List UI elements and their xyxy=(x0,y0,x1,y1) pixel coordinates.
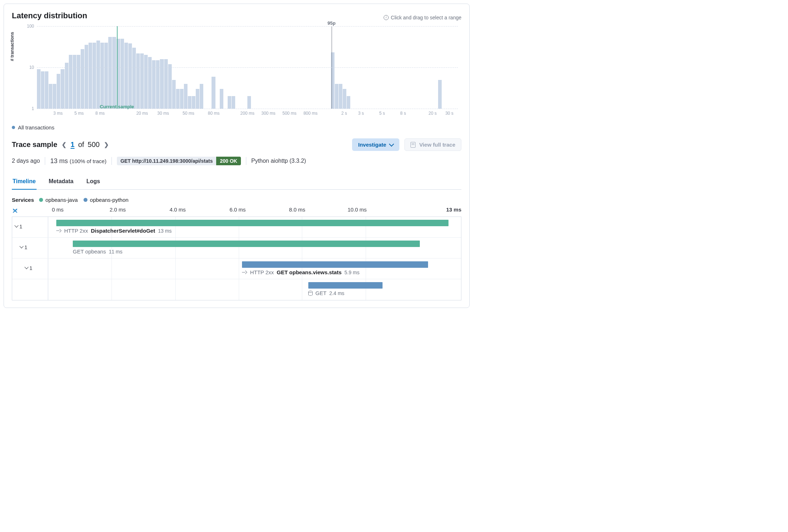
histogram-bar xyxy=(232,96,235,109)
histogram-bar xyxy=(176,89,180,109)
current-page-link[interactable]: 1 xyxy=(71,141,75,149)
divider xyxy=(45,157,45,165)
span-toggle[interactable]: 1 xyxy=(12,258,48,279)
timeline-tick: 10.0 ms xyxy=(347,206,366,213)
y-tick: 1 xyxy=(32,106,34,111)
x-tick: 80 ms xyxy=(208,111,220,116)
exit-span-icon xyxy=(56,229,61,233)
tab-logs[interactable]: Logs xyxy=(86,175,101,190)
histogram-bar xyxy=(37,69,41,109)
x-tick: 200 ms xyxy=(240,111,254,116)
span-prefix: HTTP 2xx xyxy=(64,228,88,234)
timeline-scale-header: 13 ms 0 ms2.0 ms4.0 ms6.0 ms8.0 ms10.0 m… xyxy=(12,206,461,214)
histogram-bar xyxy=(247,96,251,109)
histogram-bar xyxy=(120,39,124,109)
x-axis: 3 ms5 ms8 ms20 ms30 ms50 ms80 ms200 ms30… xyxy=(37,111,458,117)
timeline-total: 13 ms xyxy=(446,206,461,213)
histogram-bar xyxy=(343,89,346,109)
investigate-label: Investigate xyxy=(358,142,386,148)
span-row[interactable]: 1HTTP 2xxDispatcherServlet#doGet13 ms xyxy=(12,217,461,238)
span-bar[interactable] xyxy=(56,220,448,226)
histogram-bar xyxy=(41,71,44,109)
trace-meta: 2 days ago 13 ms (100% of trace) GET htt… xyxy=(12,157,461,165)
panel-title: Latency distribution xyxy=(12,11,87,20)
view-full-trace-button[interactable]: View full trace xyxy=(404,138,461,151)
span-name: GET opbeans.views.stats xyxy=(277,269,342,275)
request-url: GET http://10.11.249.198:3000/api/stats xyxy=(117,157,217,165)
histogram-bar xyxy=(128,43,132,109)
investigate-button[interactable]: Investigate xyxy=(352,138,399,151)
collapse-all-icon[interactable] xyxy=(12,207,20,214)
y-tick: 10 xyxy=(29,65,34,70)
x-tick: 5 ms xyxy=(74,111,84,116)
histogram-bar xyxy=(96,41,100,109)
x-tick: 8 ms xyxy=(95,111,105,116)
tab-metadata[interactable]: Metadata xyxy=(48,175,74,190)
trace-duration: 13 ms (100% of trace) xyxy=(50,157,106,165)
histogram-bar xyxy=(339,84,342,109)
x-tick: 800 ms xyxy=(303,111,317,116)
histogram-bar xyxy=(132,48,136,109)
histogram-bar xyxy=(92,43,96,109)
x-tick: 50 ms xyxy=(182,111,194,116)
histogram-bar xyxy=(89,43,92,109)
span-row[interactable]: 1GET opbeans11 ms xyxy=(12,238,461,258)
drag-hint-text: Click and drag to select a range xyxy=(391,15,461,20)
histogram-bar xyxy=(73,55,76,109)
page-total: 500 xyxy=(88,141,100,149)
span-row[interactable]: GET2.4 ms xyxy=(12,279,461,300)
histogram-bar xyxy=(124,43,128,109)
histogram-bar xyxy=(112,37,116,109)
x-tick: 8 s xyxy=(400,111,406,116)
trace-sample-title: Trace sample xyxy=(12,141,57,149)
histogram-bar xyxy=(53,84,56,109)
histogram-bar xyxy=(192,96,195,109)
plot-area[interactable]: Current sample 95p 110100 xyxy=(37,26,458,109)
trace-tabs: TimelineMetadataLogs xyxy=(12,175,461,190)
span-duration: 11 ms xyxy=(109,249,122,255)
latency-chart[interactable]: # transactions Current sample 95p 110100… xyxy=(12,23,461,123)
span-prefix: HTTP 2xx xyxy=(250,269,274,275)
service-color-icon xyxy=(84,198,87,202)
span-bar[interactable] xyxy=(308,282,383,289)
trace-pagination: Trace sample ❮ 1 of 500 ❯ xyxy=(12,141,109,149)
histogram-bar xyxy=(77,55,80,109)
histogram-bar xyxy=(212,77,215,109)
prev-sample-button[interactable]: ❮ xyxy=(61,141,67,148)
histogram-bar xyxy=(148,57,152,109)
span-child-count: 1 xyxy=(29,265,32,271)
timeline-scale: 13 ms 0 ms2.0 ms4.0 ms6.0 ms8.0 ms10.0 m… xyxy=(22,206,461,214)
histogram-bar xyxy=(104,43,108,109)
histogram-bar xyxy=(108,37,112,109)
span-toggle[interactable]: 1 xyxy=(12,238,48,258)
histogram-bar xyxy=(100,43,104,109)
p95-label: 95p xyxy=(328,20,336,26)
span-row[interactable]: 1HTTP 2xxGET opbeans.views.stats5.9 ms xyxy=(12,258,461,279)
timeline-tick: 6.0 ms xyxy=(229,206,246,213)
services-legend: Services opbeans-javaopbeans-python xyxy=(12,197,461,203)
span-toggle[interactable]: 1 xyxy=(12,217,48,237)
next-sample-button[interactable]: ❯ xyxy=(103,141,109,148)
span-lane: HTTP 2xxGET opbeans.views.stats5.9 ms xyxy=(48,258,461,279)
histogram-bar xyxy=(45,71,48,109)
request-status: 200 OK xyxy=(216,157,241,165)
histogram-bar xyxy=(65,63,68,109)
tab-timeline[interactable]: Timeline xyxy=(12,175,37,190)
span-bar[interactable] xyxy=(73,241,420,247)
divider xyxy=(111,157,112,165)
span-duration: 5.9 ms xyxy=(345,270,360,275)
span-name: GET opbeans xyxy=(73,248,106,255)
x-tick: 300 ms xyxy=(261,111,275,116)
divider xyxy=(246,157,246,165)
service-name: opbeans-python xyxy=(90,197,129,203)
y-axis-label: # transactions xyxy=(10,32,15,61)
document-icon xyxy=(410,142,416,148)
histogram-bar xyxy=(49,84,52,109)
span-bar[interactable] xyxy=(242,261,428,268)
x-tick: 3 ms xyxy=(53,111,63,116)
x-tick: 5 s xyxy=(379,111,385,116)
histogram-bar xyxy=(184,84,187,109)
x-tick: 500 ms xyxy=(283,111,296,116)
x-tick: 30 s xyxy=(445,111,454,116)
histogram-bar xyxy=(335,84,338,109)
